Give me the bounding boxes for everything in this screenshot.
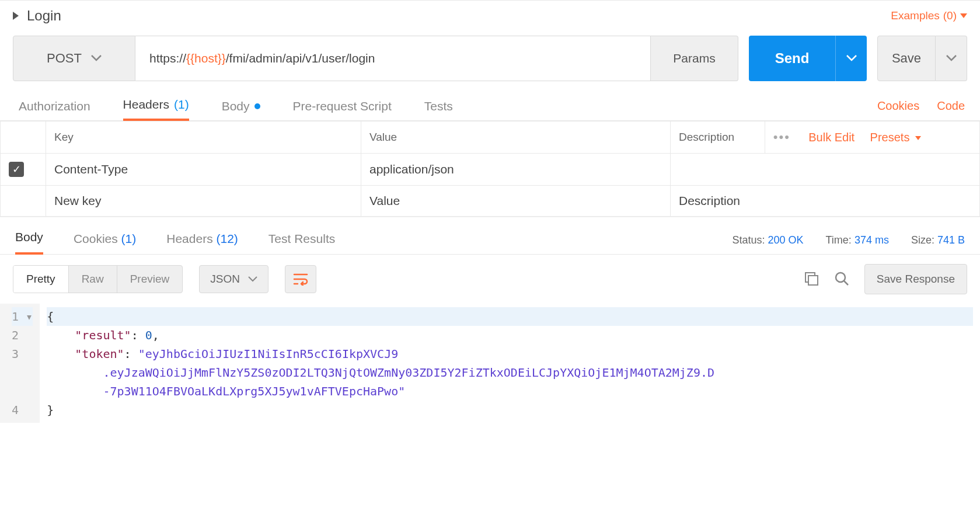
- method-select[interactable]: POST: [13, 36, 135, 81]
- tab-prerequest[interactable]: Pre-request Script: [293, 93, 392, 120]
- status-display: Status: 200 OK: [732, 234, 803, 246]
- chevron-down-icon: [846, 55, 857, 62]
- request-title: Login: [27, 8, 61, 24]
- wrap-lines-button[interactable]: [285, 265, 316, 293]
- url-input[interactable]: https://{{host}}/fmi/admin/api/v1/user/l…: [135, 36, 651, 81]
- chevron-down-icon: [91, 55, 102, 62]
- tab-body[interactable]: Body: [222, 93, 260, 120]
- row-checkbox[interactable]: ✓: [9, 162, 24, 177]
- bulk-edit-link[interactable]: Bulk Edit: [808, 131, 855, 144]
- view-pretty[interactable]: Pretty: [13, 266, 68, 293]
- examples-dropdown[interactable]: Examples (0): [891, 9, 967, 22]
- format-select[interactable]: JSON: [199, 265, 268, 293]
- view-preview[interactable]: Preview: [117, 266, 183, 293]
- params-button[interactable]: Params: [651, 36, 738, 81]
- caret-down-icon: [915, 136, 921, 140]
- size-display: Size: 741 B: [911, 234, 965, 246]
- more-icon[interactable]: •••: [773, 130, 790, 144]
- table-row-new: New key Value Description: [1, 186, 980, 217]
- send-dropdown[interactable]: [835, 36, 867, 81]
- url-prefix: https://: [149, 51, 186, 65]
- header-key-cell[interactable]: Content-Type: [46, 154, 361, 186]
- send-button[interactable]: Send: [749, 36, 835, 81]
- method-label: POST: [47, 51, 82, 66]
- examples-count: (0): [943, 9, 957, 22]
- chevron-down-icon: [946, 55, 957, 62]
- tab-tests[interactable]: Tests: [424, 93, 453, 120]
- chevron-down-icon: [248, 276, 257, 282]
- collapse-caret-icon[interactable]: [13, 12, 19, 20]
- code-content: { "result": 0, "token": "eyJhbGciOiJIUzI…: [40, 304, 980, 423]
- line-gutter: 1 ▾ 2 3 4: [0, 304, 40, 423]
- th-value: Value: [361, 121, 671, 154]
- save-button[interactable]: Save: [877, 36, 936, 81]
- dot-icon: [254, 103, 260, 109]
- save-dropdown[interactable]: [936, 36, 967, 81]
- resp-tab-cookies[interactable]: Cookies (1): [74, 228, 136, 254]
- view-raw[interactable]: Raw: [68, 266, 117, 293]
- save-response-button[interactable]: Save Response: [864, 264, 967, 294]
- headers-count: (1): [174, 98, 189, 112]
- header-description-cell[interactable]: [671, 154, 980, 186]
- th-description: Description: [671, 121, 765, 154]
- url-suffix: /fmi/admin/api/v1/user/login: [226, 51, 375, 65]
- new-key-input[interactable]: New key: [46, 186, 361, 217]
- response-body[interactable]: 1 ▾ 2 3 4 { "result": 0, "token": "eyJhb…: [0, 304, 980, 423]
- th-key: Key: [46, 121, 361, 154]
- code-link[interactable]: Code: [937, 99, 965, 113]
- resp-tab-testresults[interactable]: Test Results: [268, 228, 335, 254]
- tab-headers[interactable]: Headers (1): [123, 92, 189, 121]
- examples-label: Examples: [891, 9, 939, 22]
- search-icon[interactable]: [834, 271, 849, 288]
- new-description-input[interactable]: Description: [671, 186, 980, 217]
- caret-down-icon: [960, 13, 967, 18]
- copy-icon[interactable]: [804, 271, 819, 288]
- table-row: ✓ Content-Type application/json: [1, 154, 980, 186]
- time-display: Time: 374 ms: [826, 234, 889, 246]
- new-value-input[interactable]: Value: [361, 186, 671, 217]
- wrap-icon: [293, 273, 308, 286]
- url-variable: {{host}}: [186, 51, 226, 65]
- svg-point-2: [836, 273, 845, 282]
- resp-tab-body[interactable]: Body: [15, 227, 43, 255]
- presets-dropdown[interactable]: Presets: [870, 131, 921, 144]
- cookies-link[interactable]: Cookies: [877, 99, 919, 113]
- svg-rect-1: [808, 276, 818, 285]
- headers-table: Key Value Description ••• Bulk Edit Pres…: [0, 121, 980, 217]
- header-value-cell[interactable]: application/json: [361, 154, 671, 186]
- resp-tab-headers[interactable]: Headers (12): [166, 228, 238, 254]
- view-mode-switch: Pretty Raw Preview: [13, 265, 183, 293]
- tab-authorization[interactable]: Authorization: [19, 93, 90, 120]
- svg-line-3: [844, 281, 848, 285]
